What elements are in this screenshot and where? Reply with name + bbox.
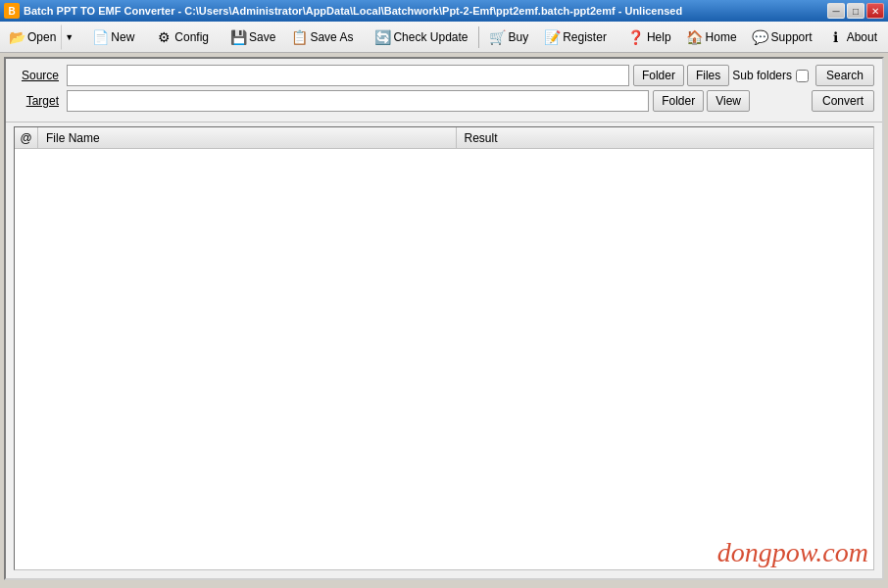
register-icon: 📝 <box>544 29 560 45</box>
saveas-label: Save As <box>310 30 353 44</box>
buy-label: Buy <box>509 30 529 44</box>
form-area: Source Folder Files Sub folders Search T… <box>6 59 882 122</box>
search-button[interactable]: Search <box>815 65 874 86</box>
open-icon: 📂 <box>9 29 25 45</box>
source-row: Source Folder Files Sub folders Search <box>14 65 874 86</box>
col-result-header: Result <box>457 127 874 148</box>
help-icon: ❓ <box>628 29 644 45</box>
subfolders-area: Sub folders <box>732 69 809 82</box>
target-buttons: Folder View Convert <box>653 90 874 112</box>
save-label: Save <box>249 30 275 44</box>
new-button[interactable]: 📄 New <box>85 24 141 50</box>
file-table: @ File Name Result <box>14 126 874 570</box>
window-controls: ─ □ ✕ <box>827 3 884 19</box>
minimize-button[interactable]: ─ <box>827 3 845 19</box>
help-button[interactable]: ❓ Help <box>621 24 678 50</box>
open-label: Open <box>27 30 56 44</box>
source-label: Source <box>14 69 63 82</box>
support-button[interactable]: 💬 Support <box>746 24 819 50</box>
checkupdate-button[interactable]: 🔄 Check Update <box>368 24 474 50</box>
source-folder-button[interactable]: Folder <box>633 65 684 86</box>
new-label: New <box>111 30 134 44</box>
convert-button[interactable]: Convert <box>812 90 874 112</box>
checkupdate-icon: 🔄 <box>374 29 390 45</box>
subfolders-checkbox[interactable] <box>796 70 809 82</box>
buy-button[interactable]: 🛒 Buy <box>483 24 536 50</box>
title-bar: B Batch PPT TO EMF Converter - C:\Users\… <box>0 0 888 22</box>
home-icon: 🏠 <box>687 29 703 45</box>
save-icon: 💾 <box>230 29 246 45</box>
target-input[interactable] <box>67 90 649 112</box>
support-icon: 💬 <box>753 29 768 45</box>
source-buttons: Folder Files Sub folders Search <box>633 65 874 86</box>
config-icon: ⚙ <box>156 29 172 45</box>
about-label: About <box>847 30 877 44</box>
target-row: Target Folder View Convert <box>14 90 874 112</box>
target-view-button[interactable]: View <box>707 90 750 112</box>
table-header: @ File Name Result <box>15 127 873 149</box>
app-icon: B <box>4 3 20 19</box>
open-button-group: 📂 Open ▼ <box>4 24 77 50</box>
maximize-button[interactable]: □ <box>847 3 864 19</box>
open-dropdown-button[interactable]: ▼ <box>61 24 77 50</box>
close-button[interactable]: ✕ <box>866 3 884 19</box>
target-label: Target <box>14 94 63 108</box>
toolbar: 📂 Open ▼ 📄 New ⚙ Config 💾 Save 📋 Save As… <box>0 22 888 53</box>
window-title: Batch PPT TO EMF Converter - C:\Users\Ad… <box>24 5 682 17</box>
source-files-button[interactable]: Files <box>687 65 729 86</box>
subfolders-label: Sub folders <box>732 69 792 82</box>
buy-icon: 🛒 <box>490 29 506 45</box>
saveas-button[interactable]: 📋 Save As <box>284 24 360 50</box>
about-icon: ℹ <box>828 29 844 45</box>
support-label: Support <box>771 30 813 44</box>
source-input[interactable] <box>67 65 629 86</box>
config-label: Config <box>174 30 209 44</box>
new-icon: 📄 <box>92 29 108 45</box>
home-label: Home <box>706 30 737 44</box>
about-button[interactable]: ℹ About <box>821 24 884 50</box>
help-label: Help <box>647 30 671 44</box>
save-button[interactable]: 💾 Save <box>223 24 282 50</box>
open-button[interactable]: 📂 Open <box>4 24 61 50</box>
register-label: Register <box>563 30 607 44</box>
home-button[interactable]: 🏠 Home <box>680 24 744 50</box>
col-at-header: @ <box>15 127 38 148</box>
register-button[interactable]: 📝 Register <box>537 24 614 50</box>
main-content: Source Folder Files Sub folders Search T… <box>4 57 884 580</box>
config-button[interactable]: ⚙ Config <box>149 24 216 50</box>
target-folder-button[interactable]: Folder <box>653 90 704 112</box>
saveas-icon: 📋 <box>291 29 307 45</box>
table-body <box>15 149 873 569</box>
checkupdate-label: Check Update <box>393 30 468 44</box>
col-filename-header: File Name <box>38 127 457 148</box>
